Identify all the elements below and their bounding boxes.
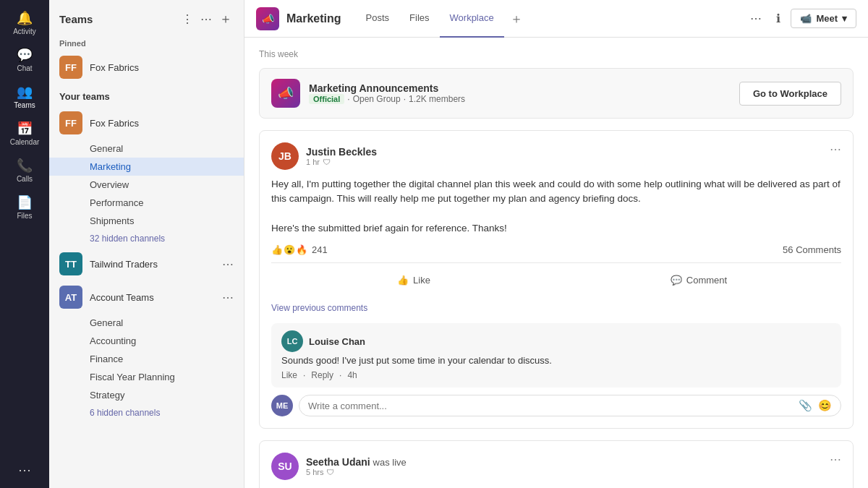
announcement-meta: Official · Open Group · 1.2K members	[309, 94, 465, 104]
comment-input-wrap: 📎 😊	[299, 395, 841, 416]
team-name-fox-fabrics-pinned: Fox Fabrics	[90, 62, 139, 73]
comment-input-row: ME 📎 😊	[271, 395, 841, 416]
separator-dot: ·	[303, 370, 305, 380]
fire-emoji: 🔥	[296, 244, 307, 255]
tab-posts[interactable]: Posts	[356, 0, 400, 38]
fox-fabrics-row: Fox Fabrics	[90, 118, 234, 129]
calendar-icon: 📅	[17, 121, 33, 137]
info-icon[interactable]: ℹ	[772, 9, 785, 28]
post-card-1: JB Justin Beckles 1 hr 🛡 ⋯ Hey all, I'm …	[259, 130, 854, 429]
emoji-icon[interactable]: 😊	[818, 399, 832, 412]
channel-name-title: Marketing	[286, 12, 341, 25]
members-text: 1.2K members	[409, 94, 465, 104]
sidebar-title: Teams	[59, 13, 93, 25]
channel-at-general[interactable]: General	[49, 314, 244, 332]
comment-label-1: Comment	[686, 275, 727, 286]
sidebar-item-fox-fabrics[interactable]: FF Fox Fabrics	[49, 106, 244, 140]
post-meta-2: 5 hrs 🛡	[306, 468, 407, 476]
left-nav: 🔔 Activity 💬 Chat 👥 Teams 📅 Calendar 📞 C…	[0, 0, 49, 488]
channel-overview[interactable]: Overview	[49, 176, 244, 194]
dot-separator-2: ·	[404, 94, 406, 104]
nav-files[interactable]: 📄 Files	[0, 190, 49, 224]
channel-shipments[interactable]: Shipments	[49, 212, 244, 230]
separator-dot-2: ·	[339, 370, 341, 380]
was-live-text: was live	[373, 457, 407, 468]
files-icon: 📄	[17, 194, 33, 210]
post-avatar-jb: JB	[271, 142, 299, 170]
add-team-icon[interactable]: ＋	[218, 9, 234, 29]
sidebar-item-account-teams[interactable]: AT Account Teams ⋯	[49, 281, 244, 314]
more-icon: ⋯	[18, 462, 31, 478]
post-header-2: SU Seetha Udani was live 5 hrs 🛡 ⋯	[271, 453, 841, 480]
channel-accounting[interactable]: Accounting	[49, 332, 244, 350]
meet-label: Meet	[816, 13, 838, 24]
official-badge: Official	[309, 94, 344, 104]
post-options-icon-2[interactable]: ⋯	[830, 453, 841, 466]
nav-more[interactable]: ⋯	[15, 458, 34, 482]
post-author-details-2: Seetha Udani was live 5 hrs 🛡	[306, 456, 407, 476]
pinned-label: Pinned	[49, 35, 244, 51]
channel-fiscal-year[interactable]: Fiscal Year Planning	[49, 368, 244, 386]
filter-icon[interactable]: ⋮	[180, 11, 195, 27]
sidebar-item-fox-fabrics-pinned[interactable]: FF Fox Fabrics	[49, 51, 244, 84]
week-label: This week	[259, 38, 854, 68]
comments-count-1: 56 Comments	[783, 244, 841, 255]
view-previous-comments[interactable]: View previous comments	[271, 300, 841, 316]
like-button-1[interactable]: 👍 Like	[271, 270, 556, 290]
avatar-tailwind-traders: TT	[59, 252, 82, 275]
post-time-2: 5 hrs	[306, 468, 323, 476]
announcement-name: Marketing Announcements	[309, 82, 465, 94]
comment-avatar-lc: LC	[281, 330, 303, 352]
nav-teams-label: Teams	[14, 101, 35, 109]
nav-activity-label: Activity	[13, 27, 36, 35]
tab-add-icon[interactable]: ＋	[504, 0, 529, 38]
comment-like-1[interactable]: Like	[281, 370, 297, 380]
channel-general[interactable]: General	[49, 140, 244, 158]
account-teams-more-icon[interactable]: ⋯	[222, 291, 234, 304]
comment-body-1: Sounds good! I've just put some time in …	[281, 355, 831, 366]
reaction-emojis-1[interactable]: 👍 😮 🔥	[271, 244, 307, 255]
author-name-2: Seetha Udani was live	[306, 456, 407, 468]
nav-teams[interactable]: 👥 Teams	[0, 80, 49, 114]
post-author-details-1: Justin Beckles 1 hr 🛡	[306, 146, 377, 166]
tab-workplace[interactable]: Workplace	[440, 0, 504, 38]
calls-icon: 📞	[17, 158, 33, 174]
tailwind-more-icon[interactable]: ⋯	[222, 257, 234, 271]
comment-time-1: 4h	[347, 370, 357, 380]
comment-block-1: LC Louise Chan Sounds good! I've just pu…	[271, 323, 841, 388]
comment-reply-1[interactable]: Reply	[311, 370, 333, 380]
team-name-tailwind-traders: Tailwind Traders	[90, 259, 158, 270]
channel-marketing[interactable]: Marketing	[49, 158, 244, 176]
verified-icon-1: 🛡	[323, 158, 331, 166]
comment-button-1[interactable]: 💬 Comment	[556, 270, 841, 290]
channel-logo: 📣	[256, 7, 279, 30]
nav-calendar[interactable]: 📅 Calendar	[0, 116, 49, 150]
sidebar-item-tailwind-traders[interactable]: TT Tailwind Traders ⋯	[49, 247, 244, 281]
nav-calls[interactable]: 📞 Calls	[0, 153, 49, 187]
post-actions-1: 👍 Like 💬 Comment	[271, 270, 841, 290]
nav-activity[interactable]: 🔔 Activity	[0, 6, 49, 40]
hidden-channels-fox[interactable]: 32 hidden channels	[49, 230, 244, 247]
post-header-1: JB Justin Beckles 1 hr 🛡 ⋯	[271, 142, 841, 170]
tab-files[interactable]: Files	[399, 0, 439, 38]
channel-performance[interactable]: Performance	[49, 194, 244, 212]
comment-header-1: LC Louise Chan	[281, 330, 831, 352]
announcement-banner: 📣 Marketing Announcements Official · Ope…	[259, 68, 854, 119]
channel-finance[interactable]: Finance	[49, 350, 244, 368]
sidebar: Teams ⋮ ⋯ ＋ Pinned FF Fox Fabrics Your t…	[49, 0, 244, 488]
hidden-channels-account[interactable]: 6 hidden channels	[49, 404, 244, 421]
post-options-icon-1[interactable]: ⋯	[830, 142, 841, 156]
go-to-workplace-button[interactable]: Go to Workplace	[739, 82, 841, 106]
attach-icon[interactable]: 📎	[799, 399, 812, 412]
team-name-account-teams: Account Teams	[90, 292, 154, 303]
ellipsis-icon[interactable]: ⋯	[199, 11, 213, 27]
post-author-info-1: JB Justin Beckles 1 hr 🛡	[271, 142, 377, 170]
comment-input[interactable]	[308, 401, 799, 411]
more-options-icon[interactable]: ⋯	[746, 9, 766, 28]
meet-button[interactable]: 📹 Meet ▾	[791, 9, 856, 28]
nav-chat[interactable]: 💬 Chat	[0, 43, 49, 77]
post-body-1: Hey all, I'm putting together the digita…	[271, 177, 841, 236]
post-author-info-2: SU Seetha Udani was live 5 hrs 🛡	[271, 453, 407, 480]
channel-strategy[interactable]: Strategy	[49, 386, 244, 404]
comment-actions-1: Like · Reply · 4h	[281, 370, 831, 380]
